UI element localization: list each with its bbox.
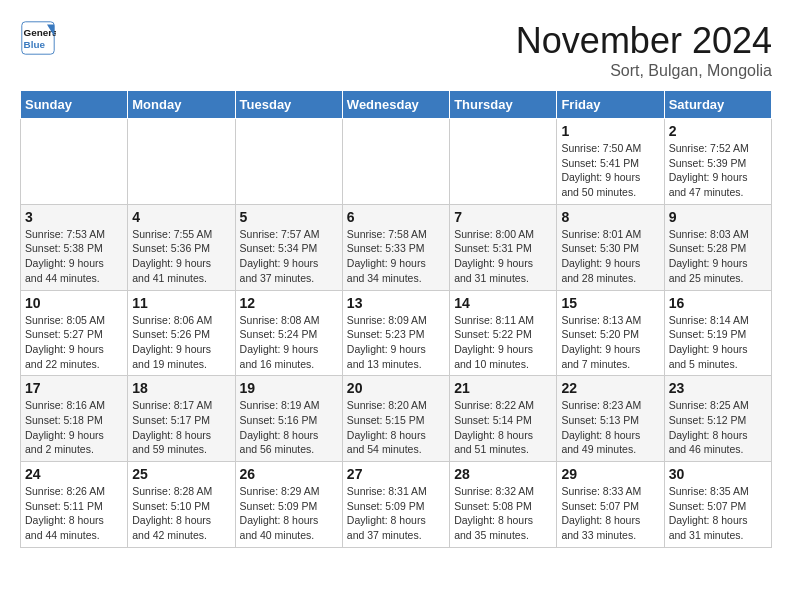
day-info: Sunrise: 8:31 AM Sunset: 5:09 PM Dayligh… <box>347 484 445 543</box>
day-info: Sunrise: 8:33 AM Sunset: 5:07 PM Dayligh… <box>561 484 659 543</box>
day-info: Sunrise: 7:50 AM Sunset: 5:41 PM Dayligh… <box>561 141 659 200</box>
day-info: Sunrise: 8:23 AM Sunset: 5:13 PM Dayligh… <box>561 398 659 457</box>
day-number: 11 <box>132 295 230 311</box>
day-info: Sunrise: 8:00 AM Sunset: 5:31 PM Dayligh… <box>454 227 552 286</box>
calendar-cell <box>128 119 235 205</box>
calendar-cell: 14Sunrise: 8:11 AM Sunset: 5:22 PM Dayli… <box>450 290 557 376</box>
calendar-cell: 29Sunrise: 8:33 AM Sunset: 5:07 PM Dayli… <box>557 462 664 548</box>
day-info: Sunrise: 7:57 AM Sunset: 5:34 PM Dayligh… <box>240 227 338 286</box>
day-number: 10 <box>25 295 123 311</box>
day-info: Sunrise: 8:09 AM Sunset: 5:23 PM Dayligh… <box>347 313 445 372</box>
day-info: Sunrise: 8:17 AM Sunset: 5:17 PM Dayligh… <box>132 398 230 457</box>
logo-icon: General Blue <box>20 20 56 56</box>
day-info: Sunrise: 7:58 AM Sunset: 5:33 PM Dayligh… <box>347 227 445 286</box>
calendar-cell: 15Sunrise: 8:13 AM Sunset: 5:20 PM Dayli… <box>557 290 664 376</box>
month-title: November 2024 <box>516 20 772 62</box>
calendar-cell: 5Sunrise: 7:57 AM Sunset: 5:34 PM Daylig… <box>235 204 342 290</box>
day-number: 7 <box>454 209 552 225</box>
day-number: 25 <box>132 466 230 482</box>
day-number: 4 <box>132 209 230 225</box>
day-info: Sunrise: 8:01 AM Sunset: 5:30 PM Dayligh… <box>561 227 659 286</box>
calendar-cell: 30Sunrise: 8:35 AM Sunset: 5:07 PM Dayli… <box>664 462 771 548</box>
svg-text:Blue: Blue <box>24 39 46 50</box>
day-number: 9 <box>669 209 767 225</box>
day-info: Sunrise: 8:03 AM Sunset: 5:28 PM Dayligh… <box>669 227 767 286</box>
calendar-cell <box>21 119 128 205</box>
calendar-cell: 4Sunrise: 7:55 AM Sunset: 5:36 PM Daylig… <box>128 204 235 290</box>
day-number: 8 <box>561 209 659 225</box>
logo: General Blue <box>20 20 56 56</box>
calendar-cell: 6Sunrise: 7:58 AM Sunset: 5:33 PM Daylig… <box>342 204 449 290</box>
weekday-header: Wednesday <box>342 91 449 119</box>
day-info: Sunrise: 8:11 AM Sunset: 5:22 PM Dayligh… <box>454 313 552 372</box>
day-info: Sunrise: 8:05 AM Sunset: 5:27 PM Dayligh… <box>25 313 123 372</box>
day-number: 15 <box>561 295 659 311</box>
calendar-week-row: 3Sunrise: 7:53 AM Sunset: 5:38 PM Daylig… <box>21 204 772 290</box>
day-number: 30 <box>669 466 767 482</box>
day-info: Sunrise: 8:35 AM Sunset: 5:07 PM Dayligh… <box>669 484 767 543</box>
day-number: 3 <box>25 209 123 225</box>
day-info: Sunrise: 8:19 AM Sunset: 5:16 PM Dayligh… <box>240 398 338 457</box>
day-number: 12 <box>240 295 338 311</box>
calendar-cell: 13Sunrise: 8:09 AM Sunset: 5:23 PM Dayli… <box>342 290 449 376</box>
calendar-cell: 12Sunrise: 8:08 AM Sunset: 5:24 PM Dayli… <box>235 290 342 376</box>
day-info: Sunrise: 8:32 AM Sunset: 5:08 PM Dayligh… <box>454 484 552 543</box>
calendar-cell: 20Sunrise: 8:20 AM Sunset: 5:15 PM Dayli… <box>342 376 449 462</box>
calendar-cell: 9Sunrise: 8:03 AM Sunset: 5:28 PM Daylig… <box>664 204 771 290</box>
weekday-header: Monday <box>128 91 235 119</box>
day-number: 5 <box>240 209 338 225</box>
day-number: 21 <box>454 380 552 396</box>
calendar-cell: 8Sunrise: 8:01 AM Sunset: 5:30 PM Daylig… <box>557 204 664 290</box>
day-info: Sunrise: 8:22 AM Sunset: 5:14 PM Dayligh… <box>454 398 552 457</box>
calendar-cell: 17Sunrise: 8:16 AM Sunset: 5:18 PM Dayli… <box>21 376 128 462</box>
calendar-week-row: 24Sunrise: 8:26 AM Sunset: 5:11 PM Dayli… <box>21 462 772 548</box>
day-number: 28 <box>454 466 552 482</box>
day-info: Sunrise: 8:20 AM Sunset: 5:15 PM Dayligh… <box>347 398 445 457</box>
day-info: Sunrise: 7:55 AM Sunset: 5:36 PM Dayligh… <box>132 227 230 286</box>
calendar-cell <box>342 119 449 205</box>
calendar-cell: 11Sunrise: 8:06 AM Sunset: 5:26 PM Dayli… <box>128 290 235 376</box>
calendar-cell: 10Sunrise: 8:05 AM Sunset: 5:27 PM Dayli… <box>21 290 128 376</box>
page-header: General Blue November 2024 Sort, Bulgan,… <box>20 20 772 80</box>
day-number: 19 <box>240 380 338 396</box>
weekday-header: Tuesday <box>235 91 342 119</box>
day-number: 27 <box>347 466 445 482</box>
day-number: 14 <box>454 295 552 311</box>
day-number: 23 <box>669 380 767 396</box>
weekday-header: Thursday <box>450 91 557 119</box>
calendar-cell: 23Sunrise: 8:25 AM Sunset: 5:12 PM Dayli… <box>664 376 771 462</box>
day-number: 26 <box>240 466 338 482</box>
calendar-table: SundayMondayTuesdayWednesdayThursdayFrid… <box>20 90 772 548</box>
day-number: 20 <box>347 380 445 396</box>
day-info: Sunrise: 8:14 AM Sunset: 5:19 PM Dayligh… <box>669 313 767 372</box>
weekday-header: Friday <box>557 91 664 119</box>
calendar-week-row: 17Sunrise: 8:16 AM Sunset: 5:18 PM Dayli… <box>21 376 772 462</box>
day-number: 16 <box>669 295 767 311</box>
day-number: 1 <box>561 123 659 139</box>
day-info: Sunrise: 8:13 AM Sunset: 5:20 PM Dayligh… <box>561 313 659 372</box>
calendar-cell <box>450 119 557 205</box>
day-number: 22 <box>561 380 659 396</box>
day-info: Sunrise: 8:28 AM Sunset: 5:10 PM Dayligh… <box>132 484 230 543</box>
calendar-cell: 3Sunrise: 7:53 AM Sunset: 5:38 PM Daylig… <box>21 204 128 290</box>
location-title: Sort, Bulgan, Mongolia <box>516 62 772 80</box>
calendar-cell: 25Sunrise: 8:28 AM Sunset: 5:10 PM Dayli… <box>128 462 235 548</box>
calendar-cell: 18Sunrise: 8:17 AM Sunset: 5:17 PM Dayli… <box>128 376 235 462</box>
title-section: November 2024 Sort, Bulgan, Mongolia <box>516 20 772 80</box>
day-number: 29 <box>561 466 659 482</box>
calendar-cell: 16Sunrise: 8:14 AM Sunset: 5:19 PM Dayli… <box>664 290 771 376</box>
day-number: 18 <box>132 380 230 396</box>
day-number: 6 <box>347 209 445 225</box>
calendar-cell <box>235 119 342 205</box>
day-info: Sunrise: 8:25 AM Sunset: 5:12 PM Dayligh… <box>669 398 767 457</box>
day-number: 24 <box>25 466 123 482</box>
day-info: Sunrise: 7:53 AM Sunset: 5:38 PM Dayligh… <box>25 227 123 286</box>
day-info: Sunrise: 8:08 AM Sunset: 5:24 PM Dayligh… <box>240 313 338 372</box>
calendar-cell: 27Sunrise: 8:31 AM Sunset: 5:09 PM Dayli… <box>342 462 449 548</box>
day-info: Sunrise: 8:16 AM Sunset: 5:18 PM Dayligh… <box>25 398 123 457</box>
calendar-cell: 21Sunrise: 8:22 AM Sunset: 5:14 PM Dayli… <box>450 376 557 462</box>
day-number: 17 <box>25 380 123 396</box>
calendar-cell: 28Sunrise: 8:32 AM Sunset: 5:08 PM Dayli… <box>450 462 557 548</box>
day-info: Sunrise: 7:52 AM Sunset: 5:39 PM Dayligh… <box>669 141 767 200</box>
weekday-header: Sunday <box>21 91 128 119</box>
